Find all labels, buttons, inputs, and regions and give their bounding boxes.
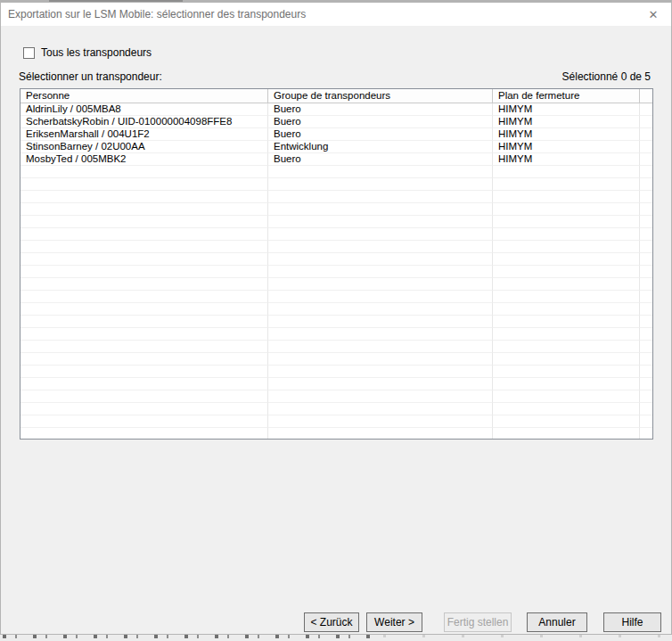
table-cell: [493, 278, 640, 291]
selection-count-label: Sélectionné 0 de 5: [562, 70, 651, 83]
all-transponders-row: Tous les transpondeurs: [23, 45, 152, 60]
table-row[interactable]: AldrinLily / 005MBA8BueroHIMYM: [20, 103, 652, 116]
table-cell: [20, 341, 268, 353]
table-cell: [493, 341, 640, 353]
table-cell: [493, 316, 640, 328]
table-row[interactable]: StinsonBarney / 02U00AAEntwicklungHIMYM: [20, 141, 652, 153]
table-cell: [493, 253, 640, 266]
table-cell: [493, 428, 640, 440]
table-cell: [493, 203, 640, 216]
table-cell: [493, 328, 640, 341]
back-button[interactable]: < Zurück: [304, 612, 359, 632]
background-window-artifact: [3, 635, 373, 638]
table-cell: [640, 166, 652, 178]
table-row-empty: [20, 253, 652, 266]
table-cell: [493, 390, 640, 403]
table-cell: [268, 241, 493, 253]
table-cell: [20, 316, 268, 328]
table-row-empty: [20, 428, 652, 440]
table-cell: [20, 366, 268, 378]
select-transponder-label: Sélectionner un transpondeur:: [19, 70, 162, 83]
table-cell: [268, 166, 493, 178]
table-cell: [640, 228, 652, 241]
table-row-empty: [20, 353, 652, 366]
table-cell: [268, 303, 493, 316]
column-header[interactable]: Personne: [20, 89, 268, 103]
table-row[interactable]: MosbyTed / 005MBK2BueroHIMYM: [20, 153, 652, 166]
table-cell: HIMYM: [493, 141, 640, 153]
table-cell: HIMYM: [493, 103, 640, 116]
table-row-empty: [20, 166, 652, 178]
table-cell: [640, 178, 652, 191]
table-row-empty: [20, 403, 652, 415]
table-cell: [20, 266, 268, 278]
table-cell: [640, 278, 652, 291]
table-cell: Buero: [268, 103, 493, 116]
table-cell: [493, 403, 640, 415]
table-cell: [640, 253, 652, 266]
table-cell: [640, 153, 652, 166]
column-header-filler: [640, 89, 652, 103]
table-cell: [20, 203, 268, 216]
table-body: AldrinLily / 005MBA8BueroHIMYMScherbatsk…: [20, 103, 652, 440]
close-button[interactable]: ✕: [639, 3, 668, 26]
table-cell: ScherbatskyRobin / UID-010000004098FFE8: [20, 116, 268, 128]
table-cell: [493, 366, 640, 378]
table-cell: [268, 403, 493, 415]
table-row-empty: [20, 291, 652, 303]
screen: Exportation sur le LSM Mobile: sélection…: [0, 0, 672, 641]
table-cell: [493, 303, 640, 316]
table-cell: [493, 191, 640, 203]
finish-button: Fertig stellen: [444, 612, 512, 632]
table-row[interactable]: EriksenMarshall / 004U1F2BueroHIMYM: [20, 128, 652, 141]
table-cell: [20, 216, 268, 228]
table-row-empty: [20, 366, 652, 378]
table-cell: [268, 328, 493, 341]
dialog-window: Exportation sur le LSM Mobile: sélection…: [0, 2, 672, 635]
table-cell: [493, 266, 640, 278]
table-row-empty: [20, 241, 652, 253]
table-cell: [268, 191, 493, 203]
table-cell: [20, 166, 268, 178]
table-cell: [640, 241, 652, 253]
table-cell: Buero: [268, 116, 493, 128]
table-cell: [20, 241, 268, 253]
table-row-empty: [20, 390, 652, 403]
table-cell: [268, 291, 493, 303]
table-cell: [20, 291, 268, 303]
table-cell: [268, 378, 493, 390]
table-cell: [268, 228, 493, 241]
help-button[interactable]: Hilfe: [603, 612, 661, 632]
table-cell: [268, 253, 493, 266]
transponder-table: PersonneGroupe de transpondeursPlan de f…: [20, 88, 653, 440]
column-header[interactable]: Groupe de transpondeurs: [268, 89, 493, 103]
window-title: Exportation sur le LSM Mobile: sélection…: [8, 8, 306, 21]
table-cell: [640, 403, 652, 415]
table-cell: [640, 390, 652, 403]
next-button[interactable]: Weiter >: [366, 612, 422, 632]
table-cell: [493, 216, 640, 228]
table-cell: [640, 291, 652, 303]
table-row-empty: [20, 178, 652, 191]
all-transponders-checkbox[interactable]: [23, 47, 35, 59]
table-cell: [640, 328, 652, 341]
table-row-empty: [20, 228, 652, 241]
table-cell: [640, 216, 652, 228]
column-header[interactable]: Plan de fermeture: [493, 89, 640, 103]
table-cell: [640, 378, 652, 390]
table-cell: [20, 353, 268, 366]
table-cell: [20, 178, 268, 191]
table-cell: Buero: [268, 128, 493, 141]
table-cell: [20, 228, 268, 241]
table-cell: [493, 241, 640, 253]
table-row-empty: [20, 316, 652, 328]
table-row-empty: [20, 378, 652, 390]
table-cell: [640, 366, 652, 378]
background-window-artifact: [383, 635, 668, 637]
cancel-button[interactable]: Annuler: [527, 612, 587, 632]
table-row[interactable]: ScherbatskyRobin / UID-010000004098FFE8B…: [20, 116, 652, 128]
table-cell: [20, 278, 268, 291]
table-cell: [268, 203, 493, 216]
table-cell: [20, 428, 268, 440]
table-cell: MosbyTed / 005MBK2: [20, 153, 268, 166]
